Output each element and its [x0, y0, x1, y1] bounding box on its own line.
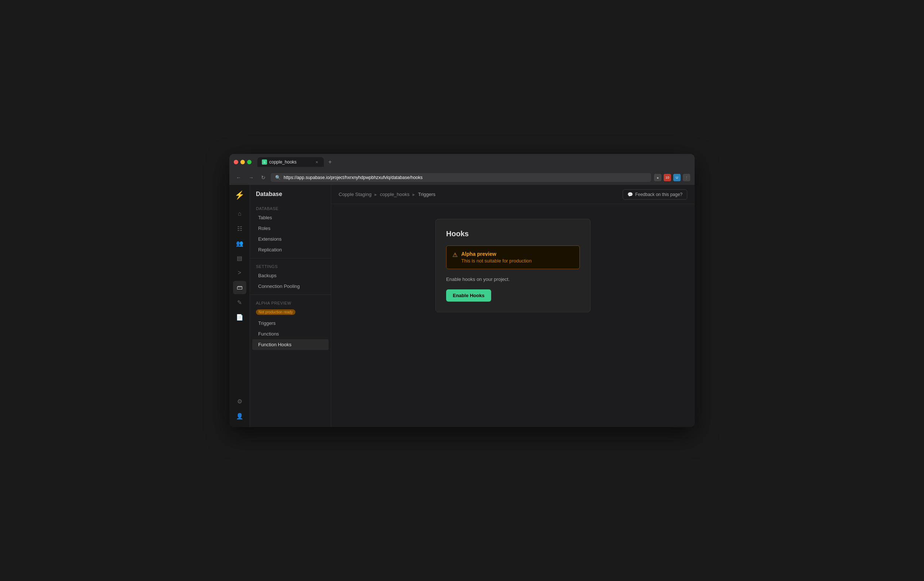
not-production-ready-badge: Not production ready	[256, 309, 295, 315]
hooks-title: Hooks	[446, 230, 580, 238]
main-header: Copple Staging ► copple_hooks ► Triggers…	[331, 185, 695, 204]
url-text: https://app.supabase.io/project/hxrxnyhd…	[284, 175, 422, 180]
search-icon: 🔍	[275, 175, 280, 180]
breadcrumb: Copple Staging ► copple_hooks ► Triggers	[339, 192, 620, 197]
sidebar-icon-account[interactable]: 👤	[233, 409, 246, 423]
browser-titlebar: S copple_hooks × +	[229, 154, 695, 170]
sidebar-icon-charts[interactable]: ✎	[233, 296, 246, 309]
supabase-logo[interactable]: ⚡	[234, 189, 246, 201]
browser-window: S copple_hooks × + ← → ↻ 🔍 https://app.s…	[229, 154, 695, 427]
sidebar-item-backups[interactable]: Backups	[252, 270, 329, 281]
sidebar-icon-storage[interactable]: ▤	[233, 251, 246, 265]
shield-extension[interactable]: ●	[654, 174, 662, 181]
nav-divider-1	[250, 258, 331, 258]
sidebar-item-functions[interactable]: Functions	[252, 329, 329, 339]
browser-extensions: ● 10 U ⋮	[654, 174, 690, 181]
enable-hooks-button[interactable]: Enable Hooks	[446, 290, 491, 301]
sidebar-icon-database[interactable]: 🗃	[233, 281, 246, 294]
tab-close-button[interactable]: ×	[314, 160, 320, 165]
sidebar-item-replication[interactable]: Replication	[252, 244, 329, 255]
main-body: Hooks ⚠ Alpha preview This is not suitab…	[331, 204, 695, 427]
sidebar-item-connection-pooling[interactable]: Connection Pooling	[252, 281, 329, 291]
sidebar-icon-home[interactable]: ⌂	[233, 207, 246, 221]
alpha-alert: ⚠ Alpha preview This is not suitable for…	[446, 245, 580, 269]
hooks-description: Enable hooks on your project.	[446, 277, 580, 282]
app-layout: ⚡ ⌂ ☷ 👥 ▤ > 🗃 ✎ 📄 ⚙ 👤 Database Database …	[229, 185, 695, 427]
nav-divider-2	[250, 295, 331, 295]
breadcrumb-chevron-1: ►	[374, 192, 378, 197]
main-content: Copple Staging ► copple_hooks ► Triggers…	[331, 185, 695, 427]
minimize-button[interactable]	[241, 160, 245, 164]
sidebar-icon-table[interactable]: ☷	[233, 222, 246, 235]
traffic-lights	[234, 160, 251, 164]
tab-favicon: S	[262, 160, 267, 165]
sidebar-item-roles[interactable]: Roles	[252, 223, 329, 234]
feedback-button[interactable]: 💬 Feedback on this page?	[623, 189, 687, 200]
ublock-extension[interactable]: U	[673, 174, 681, 181]
sidebar-item-tables[interactable]: Tables	[252, 212, 329, 223]
alpha-section-label: Alpha preview	[250, 298, 331, 307]
active-tab[interactable]: S copple_hooks ×	[257, 157, 324, 167]
alert-description: This is not suitable for production	[461, 258, 532, 263]
breadcrumb-project[interactable]: Copple Staging	[339, 192, 371, 197]
sidebar-icon-settings[interactable]: ⚙	[233, 395, 246, 408]
tab-title: copple_hooks	[269, 160, 297, 165]
back-button[interactable]: ←	[234, 173, 243, 182]
alert-content: Alpha preview This is not suitable for p…	[461, 251, 532, 263]
breadcrumb-current: Triggers	[418, 192, 436, 197]
hooks-card: Hooks ⚠ Alpha preview This is not suitab…	[436, 219, 591, 312]
sidebar-item-extensions[interactable]: Extensions	[252, 234, 329, 244]
close-button[interactable]	[234, 160, 238, 164]
maximize-button[interactable]	[247, 160, 251, 164]
alert-title: Alpha preview	[461, 251, 532, 257]
address-bar[interactable]: 🔍 https://app.supabase.io/project/hxrxny…	[271, 173, 651, 182]
bolt-icon: ⚡	[234, 191, 244, 200]
red-extension[interactable]: 10	[663, 174, 671, 181]
sidebar-icon-terminal[interactable]: >	[233, 266, 246, 280]
new-tab-button[interactable]: +	[325, 157, 335, 167]
sidebar-item-triggers[interactable]: Triggers	[252, 318, 329, 329]
menu-button[interactable]: ⋮	[683, 174, 690, 181]
sidebar-icon-users[interactable]: 👥	[233, 237, 246, 250]
breadcrumb-chevron-2: ►	[412, 192, 416, 197]
alert-circle-icon: ⚠	[452, 251, 457, 263]
database-section-label: Database	[250, 203, 331, 212]
sidebar-title: Database	[250, 191, 331, 203]
sidebar-item-function-hooks[interactable]: Function Hooks	[252, 339, 329, 350]
chat-icon: 💬	[627, 192, 633, 197]
breadcrumb-project-name[interactable]: copple_hooks	[380, 192, 409, 197]
settings-section-label: Settings	[250, 261, 331, 270]
nav-sidebar: Database Database Tables Roles Extension…	[250, 185, 331, 427]
forward-button[interactable]: →	[246, 173, 256, 182]
sidebar-icon-docs[interactable]: 📄	[233, 310, 246, 324]
icon-sidebar: ⚡ ⌂ ☷ 👥 ▤ > 🗃 ✎ 📄 ⚙ 👤	[229, 185, 250, 427]
reload-button[interactable]: ↻	[259, 173, 268, 182]
browser-nav: ← → ↻ 🔍 https://app.supabase.io/project/…	[229, 170, 695, 185]
browser-tabs: S copple_hooks × +	[257, 157, 690, 167]
